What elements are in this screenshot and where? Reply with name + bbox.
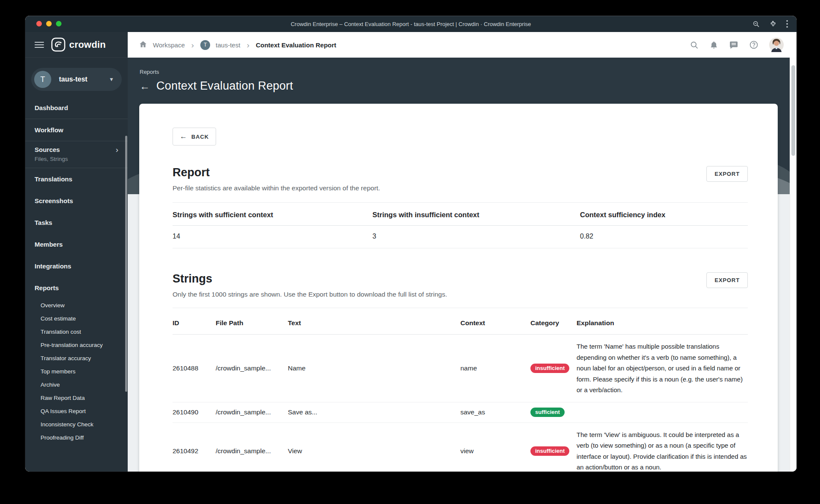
page-eyebrow: Reports (140, 69, 293, 75)
cell-text: Save as... (288, 408, 460, 416)
breadcrumb-project[interactable]: taus-test (216, 41, 240, 49)
cell-category: insufficient (530, 364, 577, 373)
report-subtitle: Per-file statistics are available within… (173, 184, 380, 192)
report-export-button[interactable]: EXPORT (706, 166, 748, 182)
chevron-right-icon: › (190, 41, 195, 49)
strings-table: IDFile PathTextContextCategoryExplanatio… (173, 308, 748, 472)
search-icon[interactable] (690, 41, 699, 50)
sidebar-item-label: Workflow (35, 126, 63, 134)
sidebar-subitem-proofreading-diff[interactable]: Proofreading Diff (25, 431, 128, 444)
stats-value: 0.82 (580, 233, 748, 240)
page-title: Context Evaluation Report (156, 79, 293, 93)
sidebar-item-label: Screenshots (35, 197, 73, 204)
sidebar-subitem-cost-estimate[interactable]: Cost estimate (25, 312, 128, 325)
report-card: ← BACK Report Per-file statistics are av… (139, 104, 778, 472)
hamburger-menu-icon[interactable] (35, 42, 44, 48)
breadcrumb-project-avatar: T (200, 40, 210, 50)
kebab-menu-icon[interactable] (786, 20, 788, 28)
report-stats-table: Strings with sufficient contextStrings w… (173, 202, 748, 248)
stats-column-header: Strings with sufficient context (173, 211, 372, 219)
notifications-bell-icon[interactable] (709, 41, 718, 50)
sidebar-item-translations[interactable]: Translations (25, 168, 128, 190)
crowdin-logo[interactable]: crowdin (51, 38, 106, 52)
stats-column-header: Context sufficiency index (580, 211, 748, 219)
cell-explanation (577, 406, 748, 419)
page-area: Reports ← Context Evaluation Report ← BA… (128, 58, 797, 472)
breadcrumb-workspace[interactable]: Workspace (153, 41, 185, 49)
breadcrumb-current: Context Evaluation Report (256, 41, 336, 49)
back-button[interactable]: ← BACK (173, 128, 216, 146)
cell-id: 2610492 (173, 447, 216, 455)
cell-text: Name (288, 364, 460, 372)
category-badge: sufficient (530, 408, 565, 417)
cell-id: 2610490 (173, 408, 216, 416)
sidebar-subitem-inconsistency-check[interactable]: Inconsistency Check (25, 418, 128, 431)
sidebar-item-dashboard[interactable]: Dashboard (25, 97, 128, 119)
cell-explanation: The term 'View' is ambiguous. It could b… (577, 423, 748, 472)
cell-text: View (288, 447, 460, 455)
sidebar-item-label: Reports (35, 284, 59, 291)
sidebar-subitem-overview[interactable]: Overview (25, 299, 128, 312)
maximize-window-button[interactable] (56, 21, 62, 26)
sidebar-item-label: Sources (35, 146, 60, 153)
help-icon[interactable] (749, 40, 758, 50)
sidebar-subitem-translator-accuracy[interactable]: Translator accuracy (25, 352, 128, 365)
cell-explanation: The term 'Name' has multiple possible tr… (577, 335, 748, 402)
stats-value: 3 (372, 233, 580, 240)
page-header: Reports ← Context Evaluation Report (140, 69, 293, 93)
breadcrumb: Workspace › T taus-test › Context Evalua… (139, 40, 336, 50)
sidebar-item-label: Dashboard (35, 104, 68, 111)
stats-value-row: 1430.82 (173, 226, 748, 248)
chevron-right-icon: › (116, 146, 118, 154)
sidebar-item-label: Members (35, 241, 63, 248)
sidebar-subitem-qa-issues-report[interactable]: QA Issues Report (25, 405, 128, 418)
zoom-out-icon[interactable] (753, 20, 760, 28)
sidebar-item-label: Integrations (35, 262, 71, 270)
arrow-left-icon: ← (180, 132, 187, 141)
sidebar-subitem-translation-cost[interactable]: Translation cost (25, 325, 128, 338)
home-icon[interactable] (139, 40, 147, 50)
messages-icon[interactable] (729, 40, 738, 50)
strings-section-header: Strings Only the first 1000 strings are … (173, 272, 748, 298)
user-avatar[interactable] (769, 38, 784, 52)
minimize-window-button[interactable] (46, 21, 52, 26)
sidebar-header: crowdin (25, 32, 128, 58)
sidebar-item-members[interactable]: Members (25, 233, 128, 255)
close-window-button[interactable] (36, 21, 42, 26)
cell-category: insufficient (530, 446, 577, 456)
sidebar-item-integrations[interactable]: Integrations (25, 255, 128, 277)
sidebar-item-tasks[interactable]: Tasks (25, 212, 128, 233)
sidebar-subitem-top-members[interactable]: Top members (25, 365, 128, 378)
cell-file-path: /crowdin_sample... (216, 408, 288, 416)
report-heading: Report (173, 166, 380, 179)
sidebar-item-workflow[interactable]: Workflow (25, 119, 128, 141)
topbar: Workspace › T taus-test › Context Evalua… (128, 32, 797, 58)
stats-header-row: Strings with sufficient contextStrings w… (173, 203, 748, 226)
sidebar: crowdin T taus-test ▼ DashboardWorkflowS… (25, 32, 128, 472)
sidebar-subitem-pre-translation-accuracy[interactable]: Pre-translation accuracy (25, 338, 128, 352)
sidebar-scrollbar[interactable] (125, 136, 127, 392)
back-arrow-icon[interactable]: ← (140, 80, 150, 92)
strings-heading: Strings (173, 272, 447, 286)
strings-export-button[interactable]: EXPORT (706, 272, 748, 288)
column-header-explanation: Explanation (577, 319, 748, 327)
project-switcher[interactable]: T taus-test ▼ (31, 68, 122, 91)
sidebar-item-subtitle: Files, Strings (35, 156, 118, 162)
cell-context: save_as (460, 408, 530, 416)
browser-window: Crowdin Enterprise – Context Evaluation … (25, 16, 797, 472)
sidebar-item-screenshots[interactable]: Screenshots (25, 190, 128, 212)
sidebar-subitem-raw-report-data[interactable]: Raw Report Data (25, 391, 128, 405)
sidebar-subitem-archive[interactable]: Archive (25, 378, 128, 391)
cell-context: view (460, 447, 530, 455)
sidebar-item-reports[interactable]: Reports (25, 277, 128, 299)
table-row: 2610492/crowdin_sample...Viewviewinsuffi… (173, 423, 748, 472)
main-content: Workspace › T taus-test › Context Evalua… (128, 32, 797, 472)
sidebar-item-sources[interactable]: Sources›Files, Strings (25, 141, 128, 168)
report-section-header: Report Per-file statistics are available… (173, 166, 748, 192)
page-scrollbar-thumb[interactable] (791, 65, 795, 156)
sidebar-item-label: Tasks (35, 219, 52, 226)
page-scrollbar[interactable] (790, 58, 797, 472)
column-header-id: ID (173, 319, 216, 327)
column-header-context: Context (460, 319, 530, 327)
extensions-icon[interactable] (769, 20, 777, 28)
